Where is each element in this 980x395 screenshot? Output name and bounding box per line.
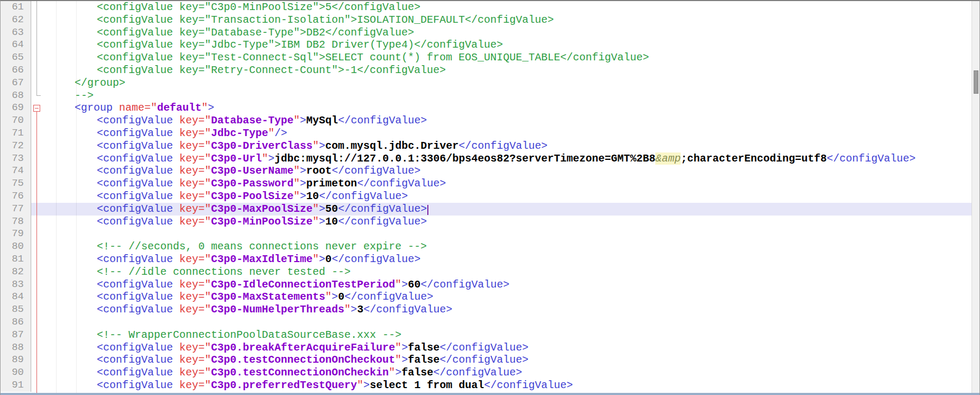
line-number[interactable]: 91 xyxy=(1,379,31,392)
line-number[interactable]: 71 xyxy=(1,127,31,140)
line-number[interactable]: 77 xyxy=(1,203,31,216)
code-segment-txt: root xyxy=(306,165,332,177)
code-line[interactable]: 91<configValue key="C3p0.preferredTestQu… xyxy=(1,379,972,392)
code-line[interactable]: 80<!-- //seconds, 0 means connections ne… xyxy=(1,240,972,253)
line-number[interactable]: 89 xyxy=(1,354,31,366)
code-segment-tag: <configValue xyxy=(97,140,179,152)
code-text[interactable]: <configValue key="C3p0.testConnectionOnC… xyxy=(41,354,972,366)
code-text[interactable]: </group> xyxy=(41,77,972,89)
code-text[interactable]: <configValue key="C3p0-MaxIdleTime">0</c… xyxy=(41,253,972,266)
line-number[interactable]: 82 xyxy=(1,266,31,279)
code-line[interactable]: 65<configValue key="Test-Connect-Sql">SE… xyxy=(1,51,972,64)
line-number[interactable]: 80 xyxy=(1,240,31,253)
code-text[interactable]: <configValue key="Database-Type">DB2</co… xyxy=(41,26,972,39)
line-number[interactable]: 68 xyxy=(1,89,31,102)
line-number[interactable]: 62 xyxy=(1,14,31,26)
scrollbar-thumb[interactable] xyxy=(974,70,978,94)
code-line[interactable]: 74<configValue key="C3p0-UserName">root<… xyxy=(1,165,972,177)
line-number[interactable]: 74 xyxy=(1,165,31,177)
code-line[interactable]: 88<configValue key="C3p0.breakAfterAcqui… xyxy=(1,342,972,354)
line-number[interactable]: 88 xyxy=(1,342,31,354)
line-number[interactable]: 66 xyxy=(1,64,31,77)
code-text[interactable]: --> xyxy=(41,89,972,102)
code-line[interactable]: 62<configValue key="Transaction-Isolatio… xyxy=(1,14,972,26)
code-line[interactable]: 68--> xyxy=(1,89,972,102)
line-number[interactable]: 76 xyxy=(1,190,31,203)
line-number[interactable]: 61 xyxy=(1,1,31,14)
line-number[interactable]: 83 xyxy=(1,279,31,291)
code-text[interactable]: <configValue key="C3p0-MaxStatements">0<… xyxy=(41,291,972,303)
code-text[interactable]: <!-- //seconds, 0 means connections neve… xyxy=(41,240,972,253)
code-segment-tag: > xyxy=(401,354,408,366)
code-text[interactable]: <configValue key="C3p0-IdleConnectionTes… xyxy=(41,279,972,291)
line-number[interactable]: 85 xyxy=(1,303,31,316)
code-line[interactable]: 75<configValue key="C3p0-Password">prime… xyxy=(1,177,972,190)
fold-collapse-icon[interactable] xyxy=(33,105,40,112)
line-number[interactable]: 86 xyxy=(1,316,31,329)
code-text[interactable]: <configValue key="Jdbc-Type">IBM DB2 Dri… xyxy=(41,39,972,51)
code-line[interactable]: 78<configValue key="C3p0-MinPoolSize">10… xyxy=(1,216,972,228)
code-line[interactable]: 63<configValue key="Database-Type">DB2</… xyxy=(1,26,972,39)
code-line[interactable]: 64<configValue key="Jdbc-Type">IBM DB2 D… xyxy=(1,39,972,51)
code-text[interactable]: <configValue key="C3p0.breakAfterAcquire… xyxy=(41,342,972,354)
code-text[interactable]: <configValue key="C3p0-MinPoolSize">10</… xyxy=(41,216,972,228)
code-text[interactable]: <configValue key="C3p0.testConnectionOnC… xyxy=(41,366,972,379)
code-line[interactable]: 79 xyxy=(1,228,972,240)
line-number[interactable]: 79 xyxy=(1,228,31,240)
line-number[interactable]: 64 xyxy=(1,39,31,51)
code-line[interactable]: 66<configValue key="Retry-Connect-Count"… xyxy=(1,64,972,77)
line-number[interactable]: 67 xyxy=(1,77,31,89)
code-line[interactable]: 86 xyxy=(1,316,972,329)
line-number[interactable]: 63 xyxy=(1,26,31,39)
line-number[interactable]: 87 xyxy=(1,329,31,342)
code-line[interactable]: 87<!-- WrapperConnectionPoolDataSourceBa… xyxy=(1,329,972,342)
code-text[interactable]: <configValue key="C3p0.preferredTestQuer… xyxy=(41,379,972,392)
code-text[interactable]: <configValue key="C3p0-NumHelperThreads"… xyxy=(41,303,972,316)
code-text[interactable]: <configValue key="Jdbc-Type"/> xyxy=(41,127,972,140)
code-text[interactable]: <configValue key="C3p0-Password">primeto… xyxy=(41,177,972,190)
code-text[interactable]: <!-- WrapperConnectionPoolDataSourceBase… xyxy=(41,329,972,342)
code-line[interactable]: 61<configValue key="C3p0-MinPoolSize">5<… xyxy=(1,1,972,14)
code-line[interactable]: 69<group name="default"> xyxy=(1,102,972,114)
vertical-scrollbar[interactable] xyxy=(972,1,979,395)
code-text[interactable]: <configValue key="Retry-Connect-Count">-… xyxy=(41,64,972,77)
code-text[interactable]: <configValue key="C3p0-MinPoolSize">5</c… xyxy=(41,1,972,14)
code-line[interactable]: 90<configValue key="C3p0.testConnectionO… xyxy=(1,366,972,379)
code-segment-tag: > xyxy=(319,203,325,215)
code-line[interactable]: 77<configValue key="C3p0-MaxPoolSize">50… xyxy=(1,203,972,216)
code-line[interactable]: 82<!-- //idle connections never tested -… xyxy=(1,266,972,279)
code-text[interactable] xyxy=(41,228,972,240)
code-line[interactable]: 81<configValue key="C3p0-MaxIdleTime">0<… xyxy=(1,253,972,266)
line-number[interactable]: 70 xyxy=(1,114,31,127)
line-number[interactable]: 84 xyxy=(1,291,31,303)
code-text[interactable]: <configValue key="C3p0-Url">jdbc:mysql:/… xyxy=(41,152,972,165)
code-line[interactable]: 85<configValue key="C3p0-NumHelperThread… xyxy=(1,303,972,316)
code-text[interactable]: <configValue key="C3p0-DriverClass">com.… xyxy=(41,140,972,152)
code-text[interactable]: <configValue key="C3p0-PoolSize">10</con… xyxy=(41,190,972,203)
code-line[interactable]: 76<configValue key="C3p0-PoolSize">10</c… xyxy=(1,190,972,203)
code-line[interactable]: 71<configValue key="Jdbc-Type"/> xyxy=(1,127,972,140)
code-text[interactable] xyxy=(41,316,972,329)
line-number[interactable]: 75 xyxy=(1,177,31,190)
code-text[interactable]: <!-- //idle connections never tested --> xyxy=(41,266,972,279)
code-text[interactable]: <configValue key="C3p0-MaxPoolSize">50</… xyxy=(41,203,972,216)
code-line[interactable]: 89<configValue key="C3p0.testConnectionO… xyxy=(1,354,972,366)
code-line[interactable]: 70<configValue key="Database-Type">MySql… xyxy=(1,114,972,127)
line-number[interactable]: 90 xyxy=(1,366,31,379)
line-number[interactable]: 81 xyxy=(1,253,31,266)
code-text[interactable]: <configValue key="Transaction-Isolation"… xyxy=(41,14,972,26)
line-number[interactable]: 69 xyxy=(1,102,31,114)
code-text[interactable]: <configValue key="C3p0-UserName">root</c… xyxy=(41,165,972,177)
code-text[interactable]: <configValue key="Test-Connect-Sql">SELE… xyxy=(41,51,972,64)
code-text[interactable]: <group name="default"> xyxy=(41,102,972,114)
line-number[interactable]: 78 xyxy=(1,216,31,228)
line-number[interactable]: 72 xyxy=(1,140,31,152)
code-line[interactable]: 67</group> xyxy=(1,77,972,89)
code-line[interactable]: 83<configValue key="C3p0-IdleConnectionT… xyxy=(1,279,972,291)
line-number[interactable]: 65 xyxy=(1,51,31,64)
code-line[interactable]: 72<configValue key="C3p0-DriverClass">co… xyxy=(1,140,972,152)
code-line[interactable]: 84<configValue key="C3p0-MaxStatements">… xyxy=(1,291,972,303)
code-text[interactable]: <configValue key="Database-Type">MySql</… xyxy=(41,114,972,127)
line-number[interactable]: 73 xyxy=(1,152,31,165)
code-line[interactable]: 73<configValue key="C3p0-Url">jdbc:mysql… xyxy=(1,152,972,165)
